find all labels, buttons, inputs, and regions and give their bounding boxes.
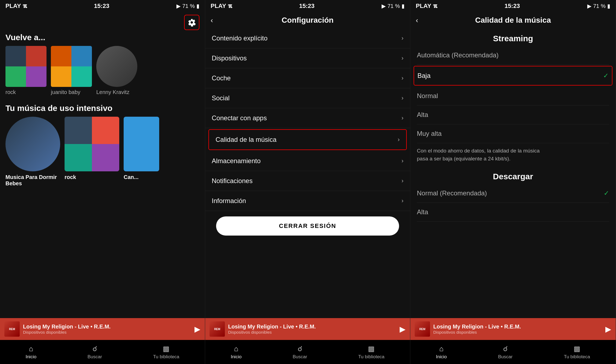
np-info-3: Losing My Religion - Live • R.E.M. Dispo…	[433, 324, 602, 334]
nav-buscar-2[interactable]: ☌ Buscar	[293, 345, 307, 360]
large-album-row: Musica Para Dormir Bebes rock Can...	[0, 117, 205, 187]
nav-buscar-1[interactable]: ☌ Buscar	[88, 345, 102, 360]
check-icon-normal-recom: ✓	[604, 189, 609, 197]
nav-library-1[interactable]: ▩ Tu biblioteca	[153, 345, 179, 360]
descargar-title: Descargar	[417, 166, 609, 184]
rem-art-3: REM	[415, 321, 430, 337]
library-icon-3: ▩	[574, 345, 580, 353]
np-thumb-3: REM	[415, 321, 430, 337]
option-alta-dl[interactable]: Alta	[417, 203, 609, 222]
chevron-icon-contenido: ›	[402, 35, 403, 42]
quad-cell	[71, 46, 92, 66]
config-item-calidad[interactable]: Calidad de la música ›	[208, 129, 407, 150]
config-item-almacenamiento[interactable]: Almacenamiento ›	[205, 151, 410, 171]
config-item-notificaciones[interactable]: Notificaciones ›	[205, 171, 410, 191]
config-item-coche[interactable]: Coche ›	[205, 68, 410, 88]
np-title-3: Losing My Religion - Live • R.E.M.	[433, 324, 602, 330]
status-time-1: 15:23	[94, 2, 109, 10]
option-baja[interactable]: Baja ✓	[414, 66, 612, 86]
album-item-rock2[interactable]: rock	[65, 117, 119, 187]
library-icon-2: ▩	[368, 345, 375, 353]
battery-3: 71 %	[593, 3, 606, 9]
album-item-juanito[interactable]: juanito baby	[51, 46, 92, 95]
option-label-alta: Alta	[417, 111, 428, 119]
nav-label-inicio-3: Inicio	[436, 354, 447, 360]
config-item-social[interactable]: Social ›	[205, 88, 410, 108]
option-automatica[interactable]: Automática (Recomendada)	[417, 46, 609, 65]
nav-label-inicio-2: Inicio	[231, 354, 242, 360]
calidad-note: Con el modo ahorro de datos, la calidad …	[417, 143, 609, 166]
option-muy-alta[interactable]: Muy alta	[417, 124, 609, 143]
album-label-juanito: juanito baby	[51, 89, 80, 95]
play-button-1[interactable]: ▶	[194, 325, 201, 334]
config-item-conectar[interactable]: Conectar con apps ›	[205, 108, 410, 128]
status-left-3: PLAY ℼ	[416, 2, 437, 10]
status-carrier-1: PLAY	[5, 2, 21, 10]
now-playing-2[interactable]: REM Losing My Religion - Live • R.E.M. D…	[205, 318, 410, 340]
large-thumb-can	[124, 117, 159, 171]
option-label-automatica: Automática (Recomendada)	[417, 51, 499, 59]
chevron-icon-notificaciones: ›	[402, 177, 403, 184]
album-item-bebes[interactable]: Musica Para Dormir Bebes	[5, 117, 60, 187]
album-item-rock[interactable]: rock	[5, 46, 47, 95]
nav-library-3[interactable]: ▩ Tu biblioteca	[564, 345, 590, 360]
nav-buscar-3[interactable]: ☌ Buscar	[498, 345, 513, 360]
config-item-dispositivos[interactable]: Dispositivos ›	[205, 48, 410, 68]
album-item-can[interactable]: Can...	[124, 117, 159, 187]
status-right-3: ▶ 71 % ▮	[587, 3, 610, 9]
rem-text-2: REM	[214, 328, 220, 331]
battery-2: 71 %	[387, 3, 400, 9]
nav-label-buscar-1: Buscar	[88, 354, 102, 360]
chevron-icon-informacion: ›	[402, 197, 403, 204]
nav-library-2[interactable]: ▩ Tu biblioteca	[358, 345, 385, 360]
battery-icon-3: ▮	[607, 3, 610, 9]
settings-button[interactable]	[184, 15, 199, 30]
album-label-bebes: Musica Para Dormir Bebes	[5, 174, 60, 187]
config-item-contenido[interactable]: Contenido explícito ›	[205, 28, 410, 48]
option-alta[interactable]: Alta	[417, 105, 609, 124]
nav-inicio-1[interactable]: ⌂ Inicio	[25, 345, 36, 360]
album-label-can: Can...	[124, 174, 159, 180]
option-normal[interactable]: Normal	[417, 87, 609, 105]
quad-cell	[65, 144, 92, 171]
nav-inicio-3[interactable]: ⌂ Inicio	[436, 345, 447, 360]
calidad-header: ‹ Calidad de la música	[410, 12, 616, 28]
rem-text-1: REM	[9, 328, 15, 331]
play-button-2[interactable]: ▶	[400, 325, 406, 334]
wifi-icon-3: ℼ	[433, 2, 437, 10]
config-item-label-contenido: Contenido explícito	[212, 34, 268, 42]
cerrar-sesion-button[interactable]: CERRAR SESIÓN	[216, 216, 399, 236]
large-thumb-bebes	[5, 117, 60, 171]
now-playing-3[interactable]: REM Losing My Religion - Live • R.E.M. D…	[410, 318, 616, 340]
config-header: ‹ Configuración	[205, 12, 410, 28]
wifi-icon-1: ℼ	[23, 2, 27, 10]
streaming-title: Streaming	[417, 28, 609, 46]
location-icon-1: ▶	[176, 3, 181, 9]
nav-label-inicio-1: Inicio	[25, 354, 36, 360]
calidad-title: Calidad de la música	[475, 16, 551, 25]
np-info-1: Losing My Religion - Live • R.E.M. Dispo…	[23, 324, 191, 334]
calidad-back-btn[interactable]: ‹	[416, 16, 418, 25]
config-item-label-dispositivos: Dispositivos	[212, 54, 247, 62]
nav-inicio-2[interactable]: ⌂ Inicio	[231, 345, 242, 360]
np-thumb-2: REM	[210, 321, 225, 337]
chevron-icon-coche: ›	[402, 75, 403, 82]
np-devices-2: Dispositivos disponibles	[228, 330, 396, 334]
large-thumb-rock2	[65, 117, 119, 171]
config-item-informacion[interactable]: Información ›	[205, 191, 410, 211]
panel-home: PLAY ℼ 15:23 ▶ 71 % ▮ Vuelve a...	[0, 0, 205, 364]
option-label-normal-recom: Normal (Recomendada)	[417, 189, 487, 197]
np-title-2: Losing My Religion - Live • R.E.M.	[228, 324, 396, 330]
status-left-1: PLAY ℼ	[5, 2, 27, 10]
status-right-1: ▶ 71 % ▮	[176, 3, 199, 9]
location-icon-2: ▶	[382, 3, 386, 9]
album-item-lenny[interactable]: Lenny Kravitz	[96, 46, 137, 95]
option-normal-recom[interactable]: Normal (Recomendada) ✓	[417, 184, 609, 203]
nav-label-library-3: Tu biblioteca	[564, 354, 590, 360]
battery-icon-2: ▮	[402, 3, 405, 9]
quad-cell	[5, 66, 26, 87]
play-button-3[interactable]: ▶	[605, 325, 611, 334]
config-back-btn[interactable]: ‹	[211, 16, 213, 25]
np-devices-3: Dispositivos disponibles	[433, 330, 602, 334]
now-playing-1[interactable]: REM Losing My Religion - Live • R.E.M. D…	[0, 318, 205, 340]
